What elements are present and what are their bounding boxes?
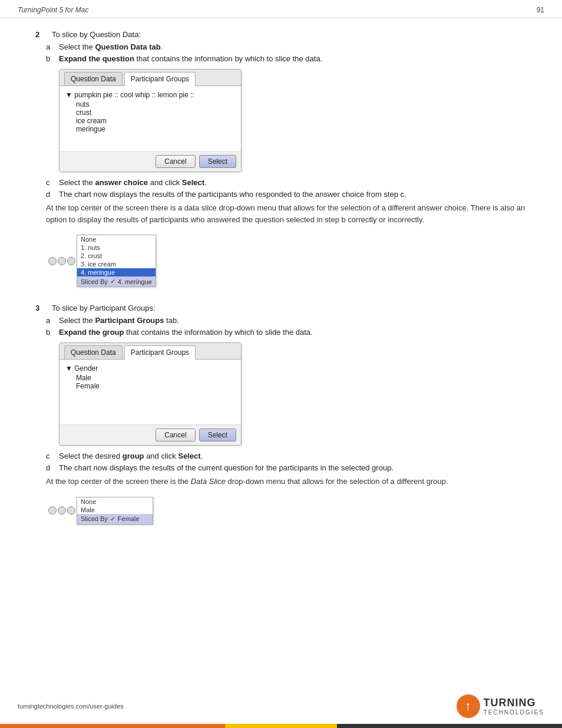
dropdown-icons-1: [48, 257, 77, 265]
step-2c-bold1: answer choice: [95, 178, 148, 187]
step-2c-content: Select the answer choice and click Selec…: [59, 178, 527, 187]
dialog-2-select-button[interactable]: Select: [199, 429, 236, 442]
note-1: At the top center of the screen there is…: [46, 202, 527, 225]
dialog-1-child-crust: crust: [76, 108, 235, 117]
step-2b-content: Expand the question that contains the in…: [59, 54, 527, 63]
dd1-none: None: [77, 235, 156, 243]
dropdown-preview-2: None Male Sliced By ✓ Female: [48, 497, 153, 525]
dialog-2-cancel-button[interactable]: Cancel: [156, 429, 195, 442]
dd2-checkmark: ✓: [110, 515, 115, 523]
step-3b-bold: Expand the group: [59, 328, 124, 337]
step-3-block: 3 To slice by Participant Groups: a Sele…: [35, 304, 527, 531]
logo-text: TURNING TECHNOLOGIES: [484, 697, 544, 716]
step-2-row: 2 To slice by Question Data:: [35, 30, 527, 39]
dialog-1-child-meringue: meringue: [76, 125, 235, 133]
dialog-1-footer: Cancel Select: [59, 151, 241, 172]
circle-icon-4: [48, 506, 57, 515]
logo-circle: ↑: [457, 694, 480, 718]
dialog-2-tab-participant[interactable]: Participant Groups: [124, 345, 196, 360]
dialog-2-body: ▼ Gender Male Female: [59, 360, 241, 424]
logo-turning: TURNING: [484, 697, 544, 709]
step-3c-bold1: group: [123, 452, 144, 460]
dd1-sliced-by: Sliced By ✓ 4. meringue: [77, 276, 156, 286]
dialog-1-child-nuts: nuts: [76, 100, 235, 108]
dropdown-icons-2: [48, 506, 77, 515]
dialog-1-tabs: Question Data Participant Groups: [59, 70, 241, 86]
footer-bar-yellow: [225, 724, 338, 728]
dialog-1-tab-question[interactable]: Question Data: [64, 72, 123, 85]
step-2c-row: c Select the answer choice and click Sel…: [46, 178, 527, 187]
step-2c-letter: c: [46, 178, 59, 187]
dd1-checkmark: ✓: [110, 278, 115, 285]
step-3-number: 3: [35, 304, 52, 312]
header-title: TurningPoint 5 for Mac: [18, 6, 89, 14]
dialog-1-select-button[interactable]: Select: [199, 155, 236, 168]
circle-icon-6: [67, 506, 75, 515]
dd2-none: None: [77, 498, 153, 506]
dd2-selected-val: Female: [118, 515, 140, 522]
step-3b-row: b Expand the group that contains the inf…: [46, 328, 527, 337]
dd2-sliced-label: Sliced By: [81, 515, 108, 522]
dd2-sliced-by: Sliced By ✓ Female: [77, 514, 153, 524]
step-2b-row: b Expand the question that contains the …: [46, 54, 527, 63]
step-3c-letter: c: [46, 452, 59, 460]
step-3d-content: The chart now displays the results of th…: [59, 463, 527, 472]
note-2-pre: At the top center of the screen there is…: [46, 477, 191, 486]
step-2-block: 2 To slice by Question Data: a Select th…: [35, 30, 527, 293]
dialog-1-root-text: ▼ pumpkin pie :: cool whip :: lemon pie …: [65, 91, 194, 99]
circle-icon-5: [58, 506, 66, 515]
step-2-text: To slice by Question Data:: [52, 30, 527, 39]
step-2a-letter: a: [46, 42, 59, 51]
dialog-2-root: ▼ Gender: [65, 364, 235, 373]
dialog-1-cancel-button[interactable]: Cancel: [156, 155, 195, 168]
dialog-2-root-text: ▼ Gender: [65, 364, 98, 373]
footer-bar: [0, 724, 562, 728]
circle-icon-3: [67, 257, 75, 265]
page-content: 2 To slice by Question Data: a Select th…: [0, 18, 562, 553]
dd1-selected-val: 4. meringue: [118, 278, 152, 285]
logo-arrow-icon: ↑: [465, 700, 471, 713]
dialog-1: Question Data Participant Groups ▼ pumpk…: [59, 69, 242, 172]
dropdown-preview-1: None 1. nuts 2. crust 3. ice cream 4. me…: [48, 235, 156, 287]
step-3c-bold2: Select: [178, 452, 200, 460]
step-3c-content: Select the desired group and click Selec…: [59, 452, 527, 460]
step-3a-letter: a: [46, 316, 59, 325]
step-3a-content: Select the Participant Groups tab.: [59, 316, 527, 325]
step-2c-bold2: Select: [182, 178, 204, 187]
step-2-number: 2: [35, 30, 52, 39]
dialog-1-root: ▼ pumpkin pie :: cool whip :: lemon pie …: [65, 91, 235, 99]
step-3a-bold: Participant Groups: [95, 316, 164, 325]
step-3-row: 3 To slice by Participant Groups:: [35, 304, 527, 312]
step-2d-letter: d: [46, 190, 59, 199]
step-2a-bold: Question Data tab: [95, 42, 160, 51]
dialog-2-footer: Cancel Select: [59, 424, 241, 445]
note-2-post: drop-down menu that allows for the selec…: [226, 477, 448, 486]
step-2d-row: d The chart now displays the results of …: [46, 190, 527, 199]
step-3b-letter: b: [46, 328, 59, 337]
dd1-crust: 2. crust: [77, 252, 156, 260]
circle-icon-1: [48, 257, 57, 265]
step-2d-content: The chart now displays the results of th…: [59, 190, 527, 199]
logo-technologies: TECHNOLOGIES: [484, 709, 544, 716]
dialog-2-tab-question[interactable]: Question Data: [64, 345, 123, 359]
dd2-male: Male: [77, 506, 153, 514]
step-2a-row: a Select the Question Data tab.: [46, 42, 527, 51]
dropdown-widget-1[interactable]: None 1. nuts 2. crust 3. ice cream 4. me…: [77, 235, 156, 287]
dd1-icecream: 3. ice cream: [77, 260, 156, 268]
dialog-2-tabs: Question Data Participant Groups: [59, 343, 241, 360]
dropdown-widget-2[interactable]: None Male Sliced By ✓ Female: [77, 497, 153, 525]
step-3b-post: that contains the information by which t…: [124, 328, 313, 337]
dialog-1-tab-participant[interactable]: Participant Groups: [124, 72, 196, 86]
dialog-2-child-female: Female: [76, 382, 235, 390]
page-number: 91: [537, 6, 544, 14]
step-3d-row: d The chart now displays the results of …: [46, 463, 527, 472]
dialog-2-child-male: Male: [76, 374, 235, 382]
dialog-1-body: ▼ pumpkin pie :: cool whip :: lemon pie …: [59, 86, 241, 151]
page-footer: turningtechnologies.com/user-guides ↑ TU…: [0, 690, 562, 728]
footer-bar-orange: [0, 724, 225, 728]
note-2-italic: Data Slice: [191, 477, 226, 486]
footer-bar-dark: [337, 724, 562, 728]
step-2a-content: Select the Question Data tab.: [59, 42, 527, 51]
step-3a-row: a Select the Participant Groups tab.: [46, 316, 527, 325]
step-3c-row: c Select the desired group and click Sel…: [46, 452, 527, 460]
